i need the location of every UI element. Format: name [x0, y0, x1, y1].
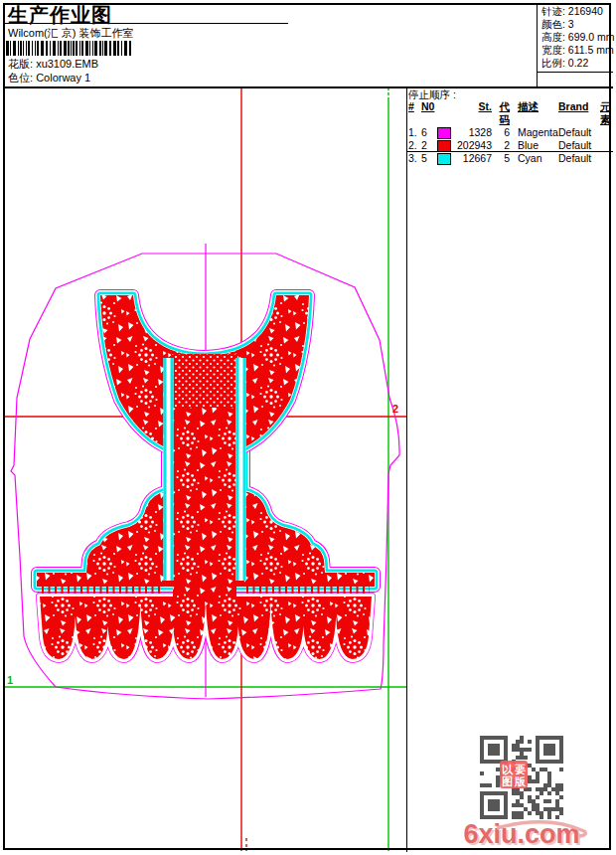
table-cell: Default	[558, 126, 600, 139]
thread-color-swatch	[437, 153, 451, 165]
table-cell: 2	[421, 139, 437, 152]
info-row: 颜色: 3	[541, 18, 611, 31]
table-cell: 6	[421, 126, 437, 139]
table-cell: 代码	[494, 100, 518, 126]
stop-sequence-table: 停止顺序 : #N0St.代码描述Brand元素 1.613286Magenta…	[408, 88, 612, 165]
pattern-label: 花版:	[8, 58, 33, 70]
table-cell: Default	[558, 139, 600, 152]
table-cell: 描述	[518, 100, 558, 126]
table-cell: N0	[421, 100, 437, 126]
table-cell: Magenta	[518, 126, 558, 139]
table-cell: 1.	[408, 126, 421, 139]
table-cell: 5	[494, 152, 518, 165]
table-cell: Cyan	[518, 152, 558, 165]
table-cell: Brand	[558, 100, 600, 126]
barcode	[6, 41, 133, 56]
table-cell: 6	[494, 126, 518, 139]
table-cell: 元素	[600, 100, 612, 126]
table-cell	[437, 152, 457, 165]
thread-color-swatch	[437, 140, 451, 152]
panel-divider	[406, 86, 407, 852]
table-cell: 202943	[457, 139, 494, 152]
table-cell	[600, 152, 612, 165]
table-cell: St.	[457, 100, 494, 126]
table-cell	[437, 126, 457, 139]
table-cell: 5	[421, 152, 437, 165]
table-cell	[600, 139, 612, 152]
stop-sequence-rows: 1.613286MagentaDefault2.22029432BlueDefa…	[408, 126, 612, 165]
colorway-label: 色位:	[8, 72, 33, 84]
info-row: 宽度: 611.5 mm	[541, 44, 611, 57]
design-info-box: 针迹: 216940颜色: 3高度: 699.0 mm宽度: 611.5 mm比…	[541, 5, 611, 70]
stop-sequence-row: 3.5126675CyanDefault	[408, 152, 612, 165]
table-cell: 2.	[408, 139, 421, 152]
table-cell: 12667	[457, 152, 494, 165]
colorway-line: 色位: Colorway 1	[8, 71, 90, 86]
table-cell	[600, 126, 612, 139]
stop-sequence-header: #N0St.代码描述Brand元素	[408, 100, 612, 126]
table-cell: 1328	[457, 126, 494, 139]
table-cell	[437, 100, 457, 126]
table-cell: 3.	[408, 152, 421, 165]
table-cell: #	[408, 100, 421, 126]
info-row: 比例: 0.22	[541, 57, 611, 70]
info-box-divider	[537, 3, 538, 86]
pattern-value: xu3109.EMB	[36, 58, 98, 70]
table-cell: Default	[558, 152, 600, 165]
colorway-value: Colorway 1	[36, 72, 90, 84]
studio-name: Wilcom(汇 京) 装饰工作室	[8, 26, 134, 41]
page-title: 生产作业图	[8, 2, 112, 29]
table-cell	[437, 139, 457, 152]
table-cell: 2	[494, 139, 518, 152]
pattern-file-line: 花版: xu3109.EMB	[8, 57, 98, 72]
production-worksheet-page: 1 2 以 要 图 版 6xiu.com 6xiu.com 生产作业图 Wilc…	[0, 0, 616, 855]
table-cell: Blue	[518, 139, 558, 152]
stop-sequence-title: 停止顺序 :	[408, 88, 612, 100]
stop-sequence-row: 2.22029432BlueDefault	[408, 139, 612, 152]
info-row: 针迹: 216940	[541, 5, 611, 18]
info-box-bottom	[537, 72, 613, 73]
thread-color-swatch	[437, 127, 451, 139]
info-row: 高度: 699.0 mm	[541, 31, 611, 44]
stop-sequence-row: 1.613286MagentaDefault	[408, 126, 612, 139]
